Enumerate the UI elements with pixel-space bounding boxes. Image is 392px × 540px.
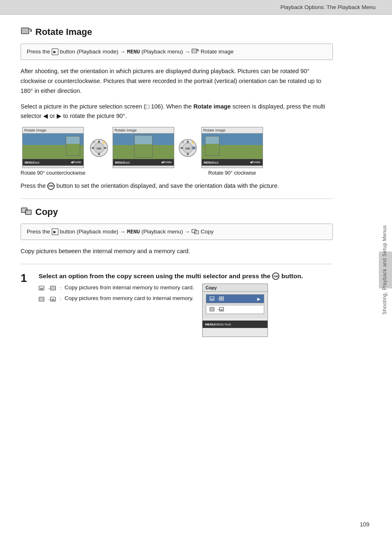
copy-option-unselected: → IN (206, 305, 264, 314)
copy-description: Copy pictures between the internal memor… (21, 247, 333, 256)
copy-option-2-text: Copy pictures from memory card to intern… (65, 294, 194, 302)
svg-text:OK: OK (97, 147, 101, 150)
rotate-left-col: Rotate image MENUBack ◀Rotate Rotate 90°… (21, 127, 85, 177)
rotate-screen-left: Rotate image MENUBack ◀Rotate (22, 127, 84, 168)
rotate-middle-col: Rotate image MENUBack ◀Rotate (113, 127, 174, 168)
rotate-desc1: After shooting, set the orientation in w… (21, 67, 333, 96)
copy-screen-mockup: Copy IN → ▶ (202, 284, 268, 337)
menu-label-2: MENU (127, 228, 140, 235)
main-content: Rotate Image Press the ▶ button (Playbac… (0, 15, 353, 359)
copy-heading: Copy (21, 206, 333, 218)
rotate-screen-middle: Rotate image MENUBack ◀Rotate (113, 127, 174, 168)
rotate-cols-row: Rotate image MENUBack ◀Rotate Rotate 90°… (21, 127, 333, 177)
svg-rect-31 (194, 231, 198, 234)
svg-rect-38 (40, 298, 43, 300)
dial-icon-right: OK ⚡ ↺ (178, 138, 197, 159)
svg-rect-36 (51, 287, 55, 289)
page-header: Playback Options: The Playback Menu (0, 0, 392, 15)
copy-title: Copy (35, 207, 58, 217)
copy-screen-body: IN → ▶ → (203, 292, 267, 318)
step-1-row: 1 Select an option from the copy screen … (21, 272, 333, 337)
header-title: Playback Options: The Playback Menu (280, 4, 376, 10)
step-1-heading: Select an option from the copy screen us… (39, 272, 333, 281)
svg-text:IN: IN (211, 298, 213, 300)
menu-label: MENU (127, 48, 140, 55)
rotate-footer-text: Press the OK button to set the orientati… (21, 181, 333, 191)
svg-text:IN: IN (220, 309, 223, 311)
svg-marker-2 (30, 29, 32, 32)
svg-rect-4 (192, 49, 196, 52)
svg-rect-1 (22, 29, 28, 33)
svg-text:↺: ↺ (182, 141, 184, 144)
rotate-command-box: Press the ▶ button (Playback mode) → MEN… (21, 44, 333, 60)
sidebar-text: Shooting, Playback and Setup Menus (382, 225, 387, 314)
screen-header-mid: Rotate image (113, 127, 174, 134)
screen-body-left (23, 134, 83, 159)
svg-text:↺: ↺ (93, 141, 95, 144)
copy-icon-1: IN → : (39, 285, 61, 292)
screen-footer-mid: MENUBack ◀Rotate (113, 159, 174, 166)
screen-header-left: Rotate image (23, 127, 83, 134)
ok-button-icon-2: OK (272, 272, 279, 280)
rotate-label-ccw: Rotate 90° counterclockwise (21, 170, 85, 177)
rotate-screen-right: Rotate image MENUBack ◀Rotate (201, 127, 263, 168)
svg-text:OK: OK (185, 147, 190, 150)
screen-body-mid (113, 134, 174, 159)
rotate-image-heading: Rotate Image (21, 26, 333, 38)
svg-text:IN: IN (52, 298, 55, 301)
section-divider-2 (21, 264, 333, 264)
dial-svg-left: OK ▲ ⚡ ↺ (90, 138, 108, 157)
play-button-icon: ▶ (52, 48, 58, 55)
screen-body-right (202, 134, 263, 159)
svg-text:▲: ▲ (98, 140, 100, 143)
right-sidebar: Shooting, Playback and Setup Menus (377, 0, 392, 540)
rotate-image-title: Rotate Image (35, 27, 92, 37)
screen-footer-right: MENUBack ◀Rotate (202, 159, 263, 166)
svg-rect-29 (26, 211, 30, 214)
copy-icon-2: → IN : (39, 295, 61, 302)
copy-command-box: Press the ▶ button (Playback mode) → MEN… (21, 224, 333, 240)
rotate-right-col: Rotate image MENUBack ◀Rotate Rotate 90°… (201, 127, 263, 177)
svg-text:⚡: ⚡ (102, 140, 106, 144)
svg-rect-25 (191, 146, 196, 150)
ok-button-icon: OK (47, 182, 55, 190)
page-number: 109 (360, 521, 369, 528)
copy-icon (21, 206, 32, 218)
step-1-body: IN → : Copy pictures from internal memor… (39, 284, 333, 337)
copy-option-1-text: Copy pictures from internal memory to me… (65, 284, 194, 292)
step-1-number: 1 (21, 272, 32, 337)
copy-option-2: → IN : Copy pictures from memory card to… (39, 294, 194, 302)
dial-svg-right: OK ⚡ ↺ (178, 138, 197, 157)
rotate-desc2: Select a picture in the picture selectio… (21, 102, 333, 122)
step-1-content: Select an option from the copy screen us… (39, 272, 333, 337)
svg-text:⚡: ⚡ (191, 140, 195, 144)
rotate-label-cw: Rotate 90° clockwise (208, 170, 256, 177)
svg-rect-46 (220, 298, 223, 300)
svg-rect-30 (192, 229, 196, 233)
section-divider-1 (21, 198, 333, 199)
rotate-images-section: Rotate image MENUBack ◀Rotate Rotate 90°… (21, 127, 333, 177)
copy-screen-footer: MENU MENU Exit (203, 321, 267, 328)
svg-text:IN: IN (40, 287, 43, 290)
svg-rect-48 (211, 308, 213, 310)
rotate-icon (21, 26, 32, 38)
dial-icon-left: OK ▲ ⚡ ↺ (90, 138, 108, 159)
copy-option-selected: IN → ▶ (206, 294, 264, 303)
step-1-options: IN → : Copy pictures from internal memor… (39, 284, 194, 337)
screen-footer-left: MENUBack ◀Rotate (23, 159, 83, 166)
copy-screen-title: Copy (203, 284, 267, 292)
screen-header-right: Rotate image (202, 127, 263, 134)
play-button-icon-2: ▶ (52, 228, 58, 235)
copy-option-1: IN → : Copy pictures from internal memor… (39, 284, 194, 292)
